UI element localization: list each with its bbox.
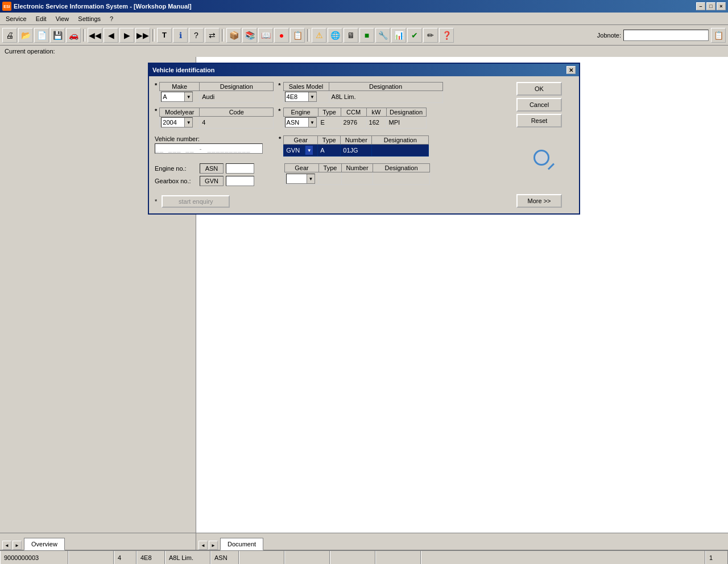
status-cell-0: 9000000003	[0, 551, 68, 564]
warning-icon[interactable]: ⚠	[312, 28, 326, 43]
jobnote-area: Jobnote: 📋	[597, 28, 726, 43]
next-button[interactable]: ▶	[119, 28, 134, 43]
minimize-button[interactable]: –	[696, 2, 705, 10]
chart-icon[interactable]: 📊	[391, 28, 406, 43]
make-select[interactable]: A ▼	[161, 92, 193, 102]
magnifier-area	[516, 130, 573, 192]
start-enquiry-button[interactable]: start enquiry	[162, 195, 230, 208]
info-icon[interactable]: ℹ	[173, 28, 188, 43]
books-icon[interactable]: 📚	[242, 28, 257, 43]
vehicle-icon[interactable]: 🚗	[66, 28, 81, 43]
print-icon[interactable]: 🖨	[2, 28, 17, 43]
dialog-close-button[interactable]: ✕	[566, 66, 576, 74]
gear1-number-header: Number	[341, 136, 372, 145]
engine-type-header: Type	[318, 108, 341, 117]
jobnote-input[interactable]	[623, 30, 709, 41]
menu-edit[interactable]: Edit	[31, 14, 51, 23]
help-icon[interactable]: ?	[189, 28, 204, 43]
separator-4	[307, 29, 309, 42]
engine-select[interactable]: ASN ▼	[285, 117, 317, 127]
engine-kw-header: kW	[366, 108, 386, 117]
maximize-button[interactable]: □	[706, 2, 715, 10]
gear2-select[interactable]: ▼	[286, 174, 315, 184]
left-nav-arrows: ◄ ►	[2, 541, 22, 550]
menu-service[interactable]: Service	[1, 14, 31, 23]
gear2-type-header: Type	[319, 164, 342, 172]
gear1-type-value: A	[318, 145, 341, 157]
dialog-form: * Make Designation	[155, 82, 511, 208]
vehicle-number-input[interactable]	[155, 143, 263, 154]
title-bar: ESI Electronic Service Information Syste…	[0, 0, 728, 13]
status-cell-10	[421, 551, 705, 564]
engine-no-code-input[interactable]	[200, 163, 224, 174]
separator-3	[222, 29, 224, 42]
app-icon: ESI	[2, 2, 11, 11]
tab-overview[interactable]: Overview	[24, 538, 65, 550]
prev-button[interactable]: ◀	[104, 28, 118, 43]
qmark-icon[interactable]: ❓	[439, 28, 454, 43]
status-cell-1	[68, 551, 114, 564]
web-icon[interactable]: 🌐	[328, 28, 342, 43]
cancel-button[interactable]: Cancel	[516, 98, 562, 112]
modelyear-select-arrow[interactable]: ▼	[184, 118, 192, 127]
engine-required: *	[278, 108, 280, 114]
gear1-select-arrow[interactable]: ▼	[305, 146, 313, 155]
edit-icon[interactable]: ✏	[423, 28, 438, 43]
gearbox-no-code-input[interactable]	[200, 176, 224, 186]
left-nav-prev[interactable]: ◄	[2, 541, 11, 550]
sales-model-select-arrow[interactable]: ▼	[308, 92, 316, 101]
row-make-salesmodel: * Make Designation	[155, 82, 511, 103]
gear2-designation-value	[373, 172, 430, 185]
status-cell-2: 4	[114, 551, 136, 564]
monitor-icon[interactable]: 🖥	[344, 28, 358, 43]
gear1-number-value: 01JG	[341, 145, 372, 157]
engine-no-number-input[interactable]	[226, 163, 254, 174]
dialog-body: * Make Designation	[149, 76, 579, 213]
save-icon[interactable]: 💾	[50, 28, 65, 43]
reset-button[interactable]: Reset	[516, 114, 562, 127]
check-icon[interactable]: ✔	[407, 28, 422, 43]
right-nav-prev[interactable]: ◄	[198, 541, 208, 550]
engine-section: * Engine Type CCM kW	[278, 108, 426, 129]
text-icon[interactable]: T	[157, 28, 172, 43]
new-icon[interactable]: 📄	[34, 28, 49, 43]
sales-model-designation-value: A8L Lim.	[329, 91, 442, 103]
wrench-icon[interactable]: 🔧	[375, 28, 390, 43]
last-button[interactable]: ▶▶	[135, 28, 150, 43]
green-icon[interactable]: ■	[359, 28, 374, 43]
red-icon[interactable]: ●	[274, 28, 289, 43]
tab-document[interactable]: Document	[220, 538, 263, 550]
jobnote-action-icon[interactable]: 📋	[711, 28, 726, 43]
pkg-icon[interactable]: 📦	[226, 28, 241, 43]
gear2-select-arrow[interactable]: ▼	[307, 174, 315, 183]
content-wrapper: Vehicle identification ✕	[0, 57, 728, 564]
gearbox-no-number-input[interactable]	[226, 176, 254, 186]
sales-model-select[interactable]: 4E8 ▼	[285, 92, 317, 102]
window-controls: – □ ×	[696, 2, 726, 10]
status-cell-9	[375, 551, 421, 564]
transfer-icon[interactable]: ⇄	[205, 28, 220, 43]
left-tab-row: ◄ ► Overview	[0, 533, 196, 550]
ok-button[interactable]: OK	[516, 82, 562, 96]
gear1-select[interactable]: GVN ▼	[285, 145, 313, 155]
row-engnumber-gear2: Engine no.: Gearbox no.:	[155, 163, 511, 186]
engine-value-cell: ASN ▼	[283, 117, 318, 129]
book-icon[interactable]: 📖	[258, 28, 273, 43]
engine-select-arrow[interactable]: ▼	[308, 118, 316, 127]
modelyear-select[interactable]: 2004 ▼	[161, 117, 193, 127]
close-button[interactable]: ×	[717, 2, 726, 10]
menu-view[interactable]: View	[51, 14, 74, 23]
left-nav-next[interactable]: ►	[13, 541, 22, 550]
list-icon[interactable]: 📋	[290, 28, 305, 43]
first-button[interactable]: ◀◀	[88, 28, 102, 43]
status-bar: 9000000003 4 4E8 A8L Lim. ASN 1	[0, 550, 728, 564]
vehicle-number-label: Vehicle number:	[155, 135, 200, 142]
open-icon[interactable]: 📂	[18, 28, 33, 43]
toolbar: 🖨 📂 📄 💾 🚗 ◀◀ ◀ ▶ ▶▶ T ℹ ? ⇄ 📦 📚 📖 ● 📋 ⚠ …	[0, 25, 728, 46]
gearbox-no-label: Gearbox no.:	[155, 178, 197, 184]
make-select-arrow[interactable]: ▼	[184, 92, 192, 101]
menu-settings[interactable]: Settings	[73, 14, 105, 23]
more-button[interactable]: More >>	[516, 194, 562, 208]
right-nav-next[interactable]: ►	[209, 541, 218, 550]
menu-help[interactable]: ?	[105, 14, 118, 23]
